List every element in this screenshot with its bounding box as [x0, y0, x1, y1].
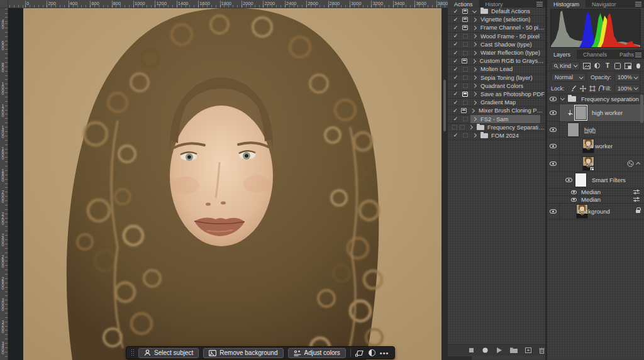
- smart-filters-row[interactable]: Smart Filters: [547, 172, 644, 188]
- group-expand-chevron-icon[interactable]: [560, 96, 565, 101]
- lock-position-icon[interactable]: [580, 85, 586, 92]
- tab-actions[interactable]: Actions: [448, 0, 479, 8]
- tab-history[interactable]: History: [479, 0, 509, 8]
- delete-icon[interactable]: [539, 347, 545, 354]
- action-dialog-toggle[interactable]: [460, 25, 470, 30]
- visibility-toggle[interactable]: [562, 172, 575, 188]
- visibility-toggle[interactable]: [547, 94, 560, 104]
- action-include-toggle[interactable]: ✓: [452, 9, 460, 14]
- lock-transparency-icon[interactable]: [568, 85, 569, 91]
- filter-name[interactable]: Median: [581, 188, 601, 195]
- expand-chevron-icon[interactable]: [472, 101, 477, 105]
- action-dialog-toggle[interactable]: [460, 34, 470, 38]
- filter-name[interactable]: Median: [581, 196, 601, 203]
- visibility-toggle[interactable]: [547, 138, 560, 155]
- select-subject-button[interactable]: Select subject: [138, 348, 199, 358]
- record-icon[interactable]: [482, 347, 488, 354]
- layers-scrollbar-thumb[interactable]: [640, 94, 643, 123]
- taskbar-drag-handle[interactable]: [131, 349, 134, 357]
- visibility-toggle[interactable]: [569, 188, 579, 195]
- action-include-toggle[interactable]: ✓: [452, 41, 460, 47]
- action-dialog-toggle[interactable]: [460, 51, 470, 55]
- action-dialog-toggle[interactable]: [460, 101, 470, 105]
- filter-blend-options-icon[interactable]: [633, 197, 640, 202]
- visibility-toggle[interactable]: [547, 104, 560, 121]
- action-row[interactable]: ✓Vignette (selection): [448, 16, 545, 24]
- action-dialog-toggle[interactable]: [460, 9, 470, 14]
- smart-filters-mask-thumbnail[interactable]: [575, 173, 587, 187]
- expand-chevron-icon[interactable]: [472, 34, 477, 38]
- adjustments-icon[interactable]: [369, 349, 375, 356]
- action-row[interactable]: ✓FS2 - Sam: [448, 115, 545, 123]
- layer-row[interactable]: high worker: [547, 104, 644, 122]
- contextual-taskbar[interactable]: Select subject Remove background Adjust …: [126, 346, 395, 359]
- panel-menu-icon[interactable]: [635, 53, 641, 57]
- action-include-toggle[interactable]: ✓: [452, 116, 460, 122]
- play-icon[interactable]: [496, 347, 502, 354]
- layer-name[interactable]: low: [584, 160, 593, 167]
- action-dialog-toggle[interactable]: [458, 125, 467, 129]
- document-photo-portrait[interactable]: [23, 8, 441, 360]
- expand-chevron-icon[interactable]: [472, 9, 477, 13]
- filter-toggle-icon[interactable]: [636, 63, 641, 68]
- panel-menu-icon[interactable]: [536, 2, 543, 6]
- expand-chevron-icon[interactable]: [472, 67, 477, 72]
- layer-name[interactable]: high: [584, 126, 596, 133]
- expand-chevron-icon[interactable]: [472, 59, 476, 63]
- blend-mode-select[interactable]: Normal: [551, 73, 586, 82]
- action-dialog-toggle[interactable]: [459, 58, 469, 63]
- layer-row[interactable]: low: [547, 155, 644, 172]
- layer-name[interactable]: high worker: [592, 109, 623, 116]
- smart-objects-filter-icon[interactable]: [625, 62, 631, 70]
- fill-select[interactable]: 100%: [614, 84, 640, 93]
- tab-histogram[interactable]: Histogram: [547, 0, 586, 8]
- layer-thumbnail[interactable]: [575, 106, 587, 120]
- action-include-toggle[interactable]: ✓: [452, 91, 460, 97]
- action-row[interactable]: ✓Wood Frame - 50 pixel: [448, 33, 545, 41]
- filter-row[interactable]: Median: [547, 188, 644, 196]
- expand-chevron-icon[interactable]: [469, 125, 473, 129]
- layer-row-background[interactable]: Background: [547, 204, 644, 220]
- action-dialog-toggle[interactable]: [460, 75, 470, 80]
- layer-name[interactable]: low worker: [584, 143, 613, 150]
- shape-layers-filter-icon[interactable]: [614, 62, 621, 70]
- expand-chevron-icon[interactable]: [472, 133, 477, 138]
- expand-chevron-icon[interactable]: [472, 18, 477, 22]
- canvas-scrollbar-thumb[interactable]: [443, 79, 447, 132]
- action-row[interactable]: ✓Frequency Separation 2022: [448, 124, 545, 132]
- action-include-toggle[interactable]: ✓: [452, 133, 460, 138]
- action-row[interactable]: ✓FOM 2024: [448, 132, 545, 140]
- tab-channels[interactable]: Channels: [577, 50, 613, 59]
- more-options-icon[interactable]: •••: [380, 350, 389, 356]
- expand-chevron-icon[interactable]: [472, 75, 477, 80]
- action-dialog-toggle[interactable]: [460, 84, 470, 88]
- filter-row[interactable]: Median: [547, 196, 644, 204]
- action-dialog-toggle[interactable]: [459, 108, 469, 113]
- expand-chevron-icon[interactable]: [472, 50, 477, 55]
- action-include-toggle[interactable]: ✓: [452, 25, 460, 31]
- action-dialog-toggle[interactable]: [460, 92, 470, 97]
- action-include-toggle[interactable]: ✓: [452, 33, 460, 39]
- expand-chevron-icon[interactable]: [472, 84, 477, 88]
- lock-artboard-icon[interactable]: [589, 85, 596, 92]
- action-row[interactable]: ✓Mixer Brush Cloning Paint ...: [448, 107, 545, 115]
- action-row[interactable]: ✓Save as Photoshop PDF: [448, 90, 545, 99]
- expand-chevron-icon[interactable]: [470, 109, 475, 113]
- action-include-toggle[interactable]: ✓: [452, 125, 458, 129]
- collapse-filters-chevron-icon[interactable]: [636, 161, 640, 166]
- adjust-colors-button[interactable]: Adjust colors: [288, 348, 346, 358]
- visibility-toggle[interactable]: [547, 122, 560, 137]
- layer-row[interactable]: low worker: [547, 138, 644, 155]
- layer-group-row[interactable]: Frequency separation: [547, 94, 644, 104]
- tab-layers[interactable]: Layers: [547, 50, 577, 59]
- layer-row[interactable]: high: [547, 122, 644, 138]
- opacity-select[interactable]: 100%: [614, 73, 640, 82]
- canvas-area[interactable]: [8, 8, 448, 360]
- type-layers-filter-icon[interactable]: T: [604, 62, 611, 70]
- action-row[interactable]: ✓Water Reflection (type): [448, 49, 545, 57]
- panel-menu-icon[interactable]: [635, 2, 641, 6]
- lock-all-icon[interactable]: [599, 88, 599, 91]
- action-dialog-toggle[interactable]: [460, 117, 470, 121]
- stop-icon[interactable]: [468, 347, 474, 354]
- action-dialog-toggle[interactable]: [460, 67, 470, 72]
